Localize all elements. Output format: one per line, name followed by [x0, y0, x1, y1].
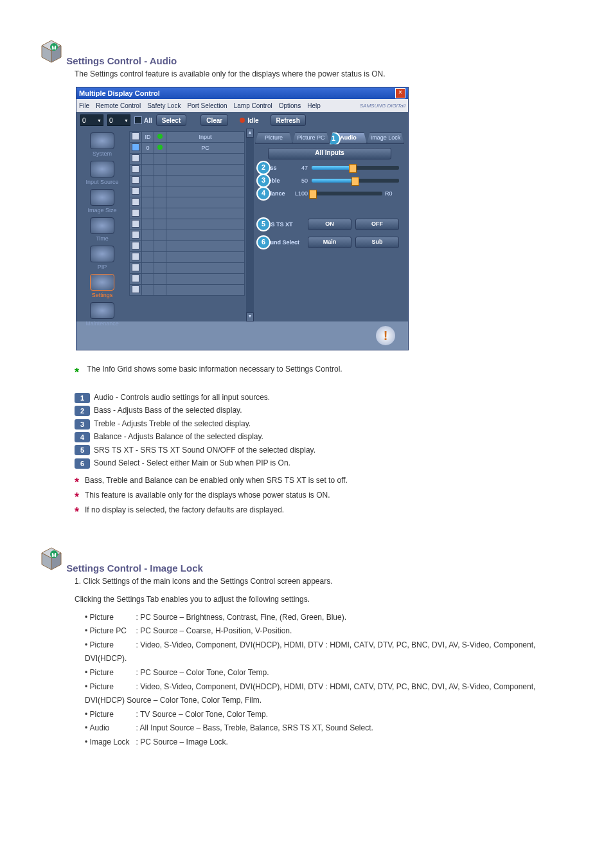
table-row[interactable] [130, 263, 245, 274]
note-text: Bass, Treble and Balance can be enabled … [85, 476, 348, 485]
idle-dot-icon [240, 118, 245, 123]
info-badge: 2 [75, 406, 90, 416]
table-row[interactable] [130, 176, 245, 186]
notes-block: *Bass, Treble and Balance can be enabled… [75, 476, 574, 519]
sidebar-item-maintenance[interactable]: Maintenance [80, 301, 125, 328]
svg-text:M: M [51, 552, 57, 558]
callout-4: 4 [256, 186, 271, 201]
menu-lamp[interactable]: Lamp Control [234, 102, 272, 109]
sidebar-item-input-source[interactable]: Input Source [80, 159, 125, 186]
srs-on-button[interactable]: ON [308, 219, 351, 230]
table-row[interactable] [130, 274, 245, 285]
sidebar-item-pip[interactable]: PIP [80, 244, 125, 271]
callout-3: 3 [256, 174, 271, 188]
sound-sub-button[interactable]: Sub [355, 237, 399, 248]
table-row[interactable] [130, 285, 245, 296]
bullet-key: Picture [90, 680, 136, 694]
menu-help[interactable]: Help [307, 102, 321, 109]
bullet-key: Picture [90, 708, 136, 722]
menu-bar: File Remote Control Safety Lock Port Sel… [76, 99, 408, 112]
col-status [154, 132, 166, 143]
table-row[interactable] [130, 165, 245, 176]
id-from-spinner[interactable]: 0▼ [80, 114, 103, 126]
bullet-value: : PC Source – Color Tone, Color Temp. [136, 668, 269, 677]
callout-2: 2 [256, 161, 271, 175]
menu-options[interactable]: Options [279, 102, 301, 109]
table-row[interactable] [130, 241, 245, 252]
scroll-up-icon[interactable]: ▲ [246, 129, 254, 138]
srs-toggle: 5 SRS TS XT ON OFF [263, 219, 399, 230]
display-table: ID Input 0 PC [128, 129, 246, 321]
bullet-value: : PC Source – Image Lock. [136, 737, 228, 746]
menu-safety[interactable]: Safety Lock [147, 102, 181, 109]
table-row[interactable] [130, 208, 245, 219]
table-row[interactable] [130, 197, 245, 208]
menu-file[interactable]: File [79, 102, 89, 109]
info-badge: 6 [75, 458, 90, 469]
mdc-screenshot: Multiple Display Control × File Remote C… [76, 87, 574, 350]
info-badge: 1 [75, 393, 90, 403]
table-row[interactable] [130, 186, 245, 197]
info-text: Balance - Adjusts Balance of the selecte… [94, 432, 263, 441]
all-checkbox[interactable]: All [134, 116, 152, 124]
bullet-value: : PC Source – Coarse, H-Position, V-Posi… [136, 626, 292, 635]
bullet-value: : Video, S-Video, Component, DVI(HDCP), … [85, 640, 535, 664]
sidebar: System Input Source Image Size Time PIP … [76, 129, 128, 321]
sound-main-button[interactable]: Main [308, 237, 351, 248]
alert-icon: ! [376, 326, 395, 345]
table-row[interactable]: 0 PC [130, 143, 245, 154]
window-titlebar: Multiple Display Control × [76, 87, 408, 99]
srs-off-button[interactable]: OFF [355, 219, 399, 230]
info-badge: 5 [75, 445, 90, 455]
info-lead: The Info Grid shows some basic informati… [87, 365, 342, 374]
star-icon: * [75, 363, 85, 382]
settings-panel: Picture Picture PC Audio 1 Image Lock Al… [254, 129, 408, 321]
section-title-image-lock: Settings Control - Image Lock [66, 563, 203, 574]
balance-slider[interactable]: 4 Balance L100 R0 [263, 190, 399, 197]
clear-button[interactable]: Clear [200, 114, 228, 126]
all-inputs-button[interactable]: All Inputs [268, 148, 391, 159]
table-row[interactable] [130, 230, 245, 241]
close-icon[interactable]: × [395, 88, 405, 98]
treble-slider[interactable]: 3 Treble 50 [263, 177, 399, 184]
table-row[interactable] [130, 154, 245, 165]
table-row[interactable] [130, 252, 245, 263]
bullets-lead: Clicking the Settings Tab enables you to… [75, 593, 574, 606]
info-list: 1Audio - Controls audio settings for all… [75, 391, 574, 469]
star-icon: * [75, 505, 85, 519]
tab-picture-pc[interactable]: Picture PC [292, 132, 330, 144]
sidebar-item-system[interactable]: System [80, 131, 125, 158]
select-button[interactable]: Select [156, 114, 186, 126]
sound-select-toggle: 6 Sound Select Main Sub [263, 237, 399, 248]
bullet-key: Audio [90, 721, 136, 736]
col-check[interactable] [130, 132, 142, 143]
table-row[interactable] [130, 219, 245, 230]
callout-5: 5 [256, 217, 271, 231]
menu-remote[interactable]: Remote Control [96, 102, 141, 109]
bullet-key: Picture PC [90, 624, 136, 638]
window-title: Multiple Display Control [79, 89, 160, 97]
bullet-key: Image Lock [90, 736, 136, 750]
bullet-key: Picture [90, 638, 136, 653]
bass-slider[interactable]: 2 Bass 47 [263, 165, 399, 171]
tab-audio[interactable]: Audio 1 [330, 132, 367, 144]
id-to-spinner[interactable]: 0▼ [107, 114, 130, 126]
bullet-list: • Picture: PC Source – Brightness, Contr… [85, 611, 574, 750]
scroll-down-icon[interactable]: ▼ [246, 312, 254, 321]
table-scrollbar[interactable]: ▲ ▼ [246, 129, 254, 321]
menu-port[interactable]: Port Selection [187, 102, 227, 109]
sidebar-item-image-size[interactable]: Image Size [80, 188, 125, 215]
star-icon: * [75, 491, 85, 504]
svg-text:M: M [51, 44, 57, 51]
sidebar-item-time[interactable]: Time [80, 216, 125, 243]
bullet-value: : Video, S-Video, Component, DVI(HDCP), … [85, 682, 535, 705]
info-badge: 3 [75, 419, 90, 429]
section-cube-icon: M [39, 546, 64, 572]
refresh-button[interactable]: Refresh [271, 114, 306, 126]
toolbar: 0▼ 0▼ All Select Clear Idle Refresh [76, 112, 408, 129]
idle-indicator: Idle [240, 117, 258, 124]
tab-image-lock[interactable]: Image Lock [367, 132, 404, 144]
sidebar-item-settings[interactable]: Settings [80, 273, 125, 300]
chevron-down-icon: ▼ [97, 118, 102, 123]
tab-picture[interactable]: Picture [255, 132, 292, 144]
